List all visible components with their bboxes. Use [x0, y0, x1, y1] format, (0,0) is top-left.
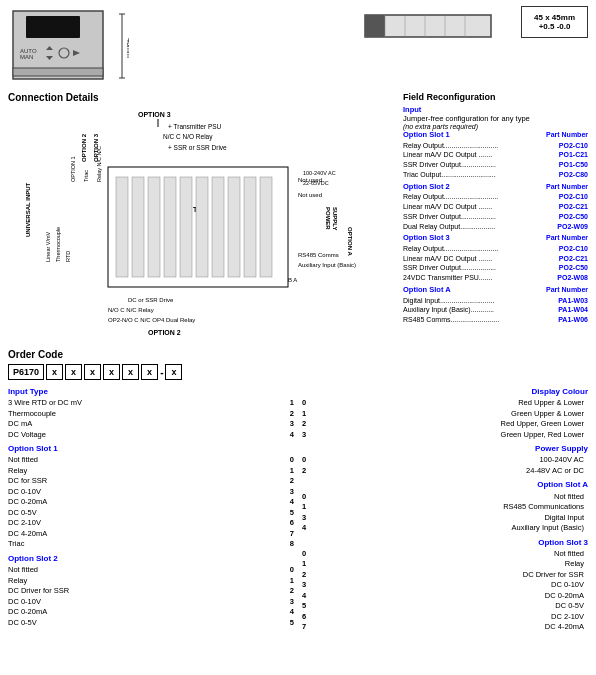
reconfig-opt1-row1: Relay Output............................…	[403, 141, 588, 151]
reconfig-pn-col-label4: Part Number	[546, 285, 588, 296]
reconfig-pn: PO2-C10	[548, 244, 588, 254]
code-base: P6170	[8, 364, 44, 380]
opta-num3: 3	[302, 513, 314, 524]
disp-label0: Red Upper & Lower	[314, 398, 588, 409]
svg-text:22-65VDC: 22-65VDC	[303, 180, 329, 186]
reconfig-pn: PO2-C10	[548, 192, 588, 202]
opt2-label-notfitted: Not fitted	[8, 565, 282, 576]
connection-wrap: Connection Details OPTION 3 + Transmitte…	[8, 92, 397, 339]
connection-title: Connection Details	[8, 92, 397, 103]
dimension-box: 45 x 45mm +0.5 -0.0	[521, 6, 588, 38]
input-label-tc: Thermocouple	[8, 409, 282, 420]
disp-num1: 1	[302, 409, 314, 420]
svg-text:OP2-N/O  C  N/C  OP4 Dual Rela: OP2-N/O C N/C OP4 Dual Relay	[108, 317, 195, 323]
input-label-dcv: DC Voltage	[8, 430, 282, 441]
reconfig-opt3-row2: Linear mA/V DC Output ....... PO2-C21	[403, 254, 588, 264]
svg-text:N/O  C  N/C Relay: N/O C N/C Relay	[108, 307, 154, 313]
reconfig-opta-row1: Digital Input...........................…	[403, 296, 588, 306]
reconfig-label: SSR Driver Output..................	[403, 160, 548, 170]
svg-rect-30	[132, 177, 144, 277]
opt1-num-dc020ma: 4	[282, 497, 294, 508]
opt2-num-notfitted: 0	[282, 565, 294, 576]
opt-slot2-heading: Option Slot 2	[8, 553, 294, 564]
svg-text:+ Transmitter PSU: + Transmitter PSU	[168, 123, 222, 130]
code-x3: x	[84, 364, 101, 380]
input-num-tc: 2	[282, 409, 294, 420]
opt1-num-dcssr: 2	[282, 476, 294, 487]
right-options-col: Display Colour 0 Red Upper & Lower 1 Gre…	[298, 386, 588, 633]
reconfig-opt2-row3: SSR Driver Output.................. PO2-…	[403, 212, 588, 222]
opt1-num-dc05v: 5	[282, 508, 294, 519]
pwr-label0: 100-240V AC	[314, 455, 588, 466]
connection-diagram: OPTION 3 + Transmitter PSU N/C C N/O Rel…	[8, 107, 358, 337]
reconfig-label: 24VDC Transmitter PSU.......	[403, 273, 548, 283]
svg-text:SUPPLY: SUPPLY	[332, 207, 338, 230]
opt3r-row5: 5 DC 0-5V	[302, 601, 588, 612]
svg-rect-35	[212, 177, 224, 277]
code-x4: x	[103, 364, 120, 380]
reconfig-input-heading: Input	[403, 105, 588, 114]
opta-row1: 1 RS485 Communications	[302, 502, 588, 513]
opta-row0: 0 Not fitted	[302, 492, 588, 503]
reconfig-opt2-heading: Option Slot 2 Part Number	[403, 182, 588, 193]
reconfig-pn-col-label2: Part Number	[546, 182, 588, 193]
reconfig-pn: PO2-C80	[548, 170, 588, 180]
opt2-label-dcssr: DC Driver for SSR	[8, 586, 282, 597]
reconfig-opt3-row3: SSR Driver Output.................. PO2-…	[403, 263, 588, 273]
opt2-num-dcssr: 2	[282, 586, 294, 597]
disp-row3: 3 Green Upper, Red Lower	[302, 430, 588, 441]
pwr-row0: 0 100-240V AC	[302, 455, 588, 466]
opt-slota-heading: Option Slot A	[302, 479, 588, 490]
opt1-num-notfitted: 0	[282, 455, 294, 466]
opt-slot3-right-heading: Option Slot 3	[302, 537, 588, 548]
disp-num0: 0	[302, 398, 314, 409]
svg-rect-32	[164, 177, 176, 277]
reconfig-opt3-row4: 24VDC Transmitter PSU....... PO2-W08	[403, 273, 588, 283]
reconfig-pn: PA1-W04	[548, 305, 588, 315]
disp-row2: 2 Red Upper, Green Lower	[302, 419, 588, 430]
opt2-label-dc020ma: DC 0-20mA	[8, 607, 282, 618]
svg-rect-29	[116, 177, 128, 277]
input-num-dcv: 4	[282, 430, 294, 441]
code-x1: x	[46, 364, 63, 380]
code-x6: x	[141, 364, 158, 380]
reconfig-opt3-row1: Relay Output............................…	[403, 244, 588, 254]
opta-num1: 1	[302, 502, 314, 513]
svg-text:Linear V/mV: Linear V/mV	[45, 231, 51, 262]
input-label-dcma: DC mA	[8, 419, 282, 430]
svg-rect-8	[13, 68, 103, 76]
disp-row0: 0 Red Upper & Lower	[302, 398, 588, 409]
svg-text:UNIVERSAL INPUT: UNIVERSAL INPUT	[25, 182, 31, 237]
opt3r-num7: 7	[302, 622, 314, 633]
device-diagram-group: AUTO MAN 48mm	[8, 6, 129, 86]
svg-text:+ SSR or SSR Drive: + SSR or SSR Drive	[168, 144, 227, 151]
reconfig-table: Option Slot 1 Part Number Relay Output..…	[403, 130, 588, 325]
reconfig-pn-col-label: Part Number	[546, 130, 588, 141]
svg-text:Not used: Not used	[298, 192, 322, 198]
opt3r-row6: 6 DC 2-10V	[302, 612, 588, 623]
code-x7: x	[165, 364, 182, 380]
opt3r-num5: 5	[302, 601, 314, 612]
reconfig-opt3-heading: Option Slot 3 Part Number	[403, 233, 588, 244]
opt3r-label3: DC 0-10V	[314, 580, 588, 591]
reconfig-pn: PO2-C21	[548, 254, 588, 264]
opt2-label-dc010v: DC 0-10V	[8, 597, 282, 608]
reconfig-opt1-row4: Triac Output............................…	[403, 170, 588, 180]
opt1-label-dcssr: DC for SSR	[8, 476, 282, 487]
opt1-label-dc020ma: DC 0-20mA	[8, 497, 282, 508]
reconfig-opt2-row1: Relay Output............................…	[403, 192, 588, 202]
opt3r-label7: DC 4-20mA	[314, 622, 588, 633]
opt2-num-dc05v: 5	[282, 618, 294, 629]
opt3r-row3: 3 DC 0-10V	[302, 580, 588, 591]
reconfig-pn: PO2-W09	[548, 222, 588, 232]
opt3r-num4: 4	[302, 591, 314, 602]
reconfig-opt1-label: Option Slot 1	[403, 130, 450, 141]
reconfig-opt1-row2: Linear mA/V DC Output ....... PO1-C21	[403, 150, 588, 160]
input-type-heading: Input Type	[8, 386, 294, 397]
opta-label3: Digital Input	[314, 513, 588, 524]
reconfig-pn: PO1-C21	[548, 150, 588, 160]
reconfig-opt1-row3: SSR Driver Output.................. PO1-…	[403, 160, 588, 170]
svg-text:N/C  C  N/O Relay: N/C C N/O Relay	[163, 133, 213, 141]
svg-text:Triac: Triac	[83, 170, 89, 182]
page: AUTO MAN 48mm	[0, 0, 596, 639]
